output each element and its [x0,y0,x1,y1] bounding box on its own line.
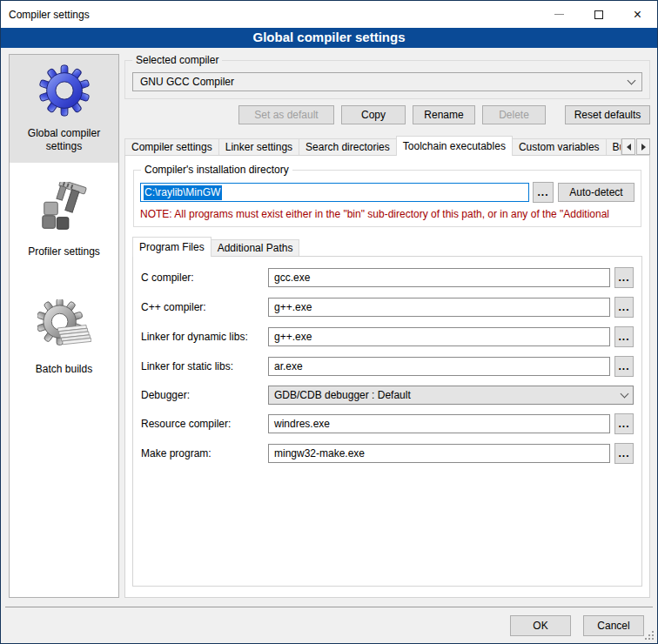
settings-tabstrip: Compiler settings Linker settings Search… [124,136,650,156]
c-compiler-browse-button[interactable]: ... [614,267,634,288]
resource-compiler-browse-button[interactable]: ... [614,413,634,434]
window-title: Compiler settings [1,9,90,21]
sidebar-item-batch-builds[interactable]: Batch builds [10,291,118,386]
close-button[interactable]: × [618,1,657,28]
installation-directory-group-label: Compiler's installation directory [141,164,292,176]
blue-gear-icon [37,64,91,121]
dynamic-linker-row: Linker for dynamic libs: g++.exe ... [141,326,634,347]
delete-button[interactable]: Delete [482,105,546,124]
resource-compiler-input[interactable]: windres.exe [268,414,610,433]
dialog-footer: OK Cancel [5,607,653,643]
debugger-row: Debugger: GDB/CDB debugger : Default [141,386,634,405]
c-compiler-row: C compiler: gcc.exe ... [141,267,634,288]
tab-scroll-buttons [621,138,650,155]
cpp-compiler-browse-button[interactable]: ... [614,297,634,318]
settings-sidebar: Global compiler settings [9,54,119,598]
compiler-settings-dialog: Compiler settings × Global compiler sett… [0,0,658,644]
maximize-icon [594,10,603,19]
programs-tabstrip: Program Files Additional Paths [132,237,642,257]
selected-compiler-group-label: Selected compiler [132,54,222,66]
static-linker-label: Linker for static libs: [141,360,268,372]
chevron-down-icon [621,390,629,399]
chevron-down-icon [628,77,636,85]
cpp-compiler-row: C++ compiler: g++.exe ... [141,297,634,318]
c-compiler-label: C compiler: [141,272,268,284]
gray-gear-stack-icon [37,299,91,357]
arrow-left-icon [627,144,631,151]
sidebar-item-label: Profiler settings [28,245,100,258]
resize-grip[interactable] [652,638,654,640]
bin-subdirectory-note: NOTE: All programs must exist either in … [140,208,634,220]
tab-additional-paths[interactable]: Additional Paths [211,239,300,257]
sidebar-item-label: Global compiler settings [13,127,115,153]
debugger-label: Debugger: [141,389,268,401]
tab-linker-settings[interactable]: Linker settings [218,138,299,156]
static-linker-row: Linker for static libs: ar.exe ... [141,356,634,377]
sidebar-item-global-compiler-settings[interactable]: Global compiler settings [10,55,118,163]
caliper-blocks-icon [37,182,91,239]
page-title: Global compiler settings [1,28,657,48]
sidebar-item-label: Batch builds [36,363,92,376]
tab-scroll-right-button[interactable] [636,138,650,155]
make-program-row: Make program: mingw32-make.exe ... [141,443,634,464]
selected-compiler-group: Selected compiler GNU GCC Compiler [124,60,650,99]
cancel-button[interactable]: Cancel [583,615,644,636]
make-program-input[interactable]: mingw32-make.exe [268,444,610,463]
tab-scroll-left-button[interactable] [621,138,635,155]
dynamic-linker-browse-button[interactable]: ... [614,326,634,347]
selected-compiler-dropdown[interactable]: GNU GCC Compiler [132,72,642,91]
tab-search-directories[interactable]: Search directories [299,138,397,156]
static-linker-input[interactable]: ar.exe [268,357,610,376]
tab-toolchain-executables[interactable]: Toolchain executables [396,136,513,156]
compiler-actions: Set as default Copy Rename Delete Reset … [124,105,650,124]
tab-build-options[interactable]: Build [606,138,621,156]
dynamic-linker-input[interactable]: g++.exe [268,327,610,346]
tab-compiler-settings[interactable]: Compiler settings [124,138,219,156]
main-content: Selected compiler GNU GCC Compiler Set a… [124,54,650,598]
sidebar-item-profiler-settings[interactable]: Profiler settings [10,173,118,268]
minimize-button[interactable] [540,1,579,28]
set-as-default-button[interactable]: Set as default [238,105,334,124]
cpp-compiler-input[interactable]: g++.exe [268,298,610,317]
minimize-icon [554,14,564,15]
static-linker-browse-button[interactable]: ... [614,356,634,377]
program-files-page: C compiler: gcc.exe ... C++ compiler: g+… [132,256,642,587]
reset-defaults-button[interactable]: Reset defaults [565,105,650,124]
installation-directory-input[interactable]: C:\raylib\MinGW [140,183,529,202]
debugger-value: GDB/CDB debugger : Default [274,389,621,401]
maximize-button[interactable] [579,1,618,28]
resource-compiler-label: Resource compiler: [141,418,268,430]
rename-button[interactable]: Rename [413,105,475,124]
tab-custom-variables[interactable]: Custom variables [512,138,607,156]
arrow-right-icon [641,144,646,151]
tab-program-files[interactable]: Program Files [132,237,212,257]
installation-directory-value: C:\raylib\MinGW [144,185,222,200]
resource-compiler-row: Resource compiler: windres.exe ... [141,413,634,434]
close-icon: × [634,8,641,22]
copy-button[interactable]: Copy [341,105,406,124]
c-compiler-input[interactable]: gcc.exe [268,268,610,287]
window-controls: × [540,1,657,28]
installation-directory-group: Compiler's installation directory C:\ray… [133,170,641,227]
selected-compiler-value: GNU GCC Compiler [140,76,628,88]
installation-directory-row: C:\raylib\MinGW ... Auto-detect [140,182,634,203]
ok-button[interactable]: OK [510,615,571,636]
browse-directory-button[interactable]: ... [533,182,554,203]
titlebar: Compiler settings × [1,1,657,28]
debugger-dropdown[interactable]: GDB/CDB debugger : Default [268,386,634,405]
make-program-browse-button[interactable]: ... [614,443,634,464]
cpp-compiler-label: C++ compiler: [141,301,268,313]
dynamic-linker-label: Linker for dynamic libs: [141,331,268,343]
dialog-body: Global compiler settings [1,48,657,607]
toolchain-executables-page: Compiler's installation directory C:\ray… [124,155,650,598]
make-program-label: Make program: [141,447,268,460]
auto-detect-button[interactable]: Auto-detect [558,183,634,202]
